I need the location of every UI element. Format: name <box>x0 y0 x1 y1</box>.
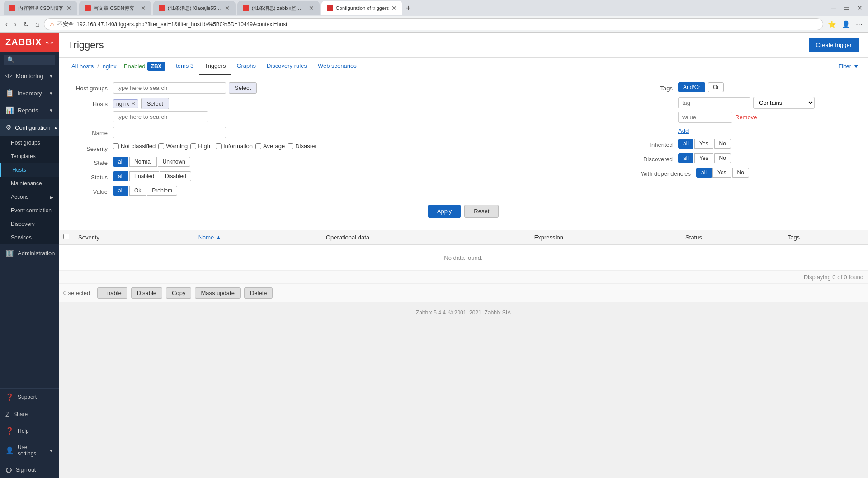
copy-button[interactable]: Copy <box>166 287 191 299</box>
discovered-yes-button[interactable]: Yes <box>694 153 713 163</box>
value-all-button[interactable]: all <box>113 186 128 196</box>
tab-close-1[interactable]: ✕ <box>66 5 72 12</box>
sidebar-item-support[interactable]: ❓ Support <box>0 389 59 406</box>
breadcrumb-nginx[interactable]: nginx <box>99 58 120 74</box>
severity-average[interactable]: Average <box>255 143 285 150</box>
discovered-all-button[interactable]: all <box>678 153 693 163</box>
status-disabled-button[interactable]: Disabled <box>160 171 191 181</box>
filter-toggle-button[interactable]: Filter ▼ <box>838 63 859 70</box>
host-groups-select-button[interactable]: Select <box>229 82 257 94</box>
sidebar-item-discovery[interactable]: Discovery <box>0 217 59 231</box>
tab-close-4[interactable]: ✕ <box>309 5 314 12</box>
with-dependencies-yes-button[interactable]: Yes <box>712 168 731 178</box>
sidebar-item-reports[interactable]: 📊 Reports ▼ <box>0 102 59 119</box>
severity-information[interactable]: Information <box>216 143 253 150</box>
sidebar-item-help[interactable]: ❓ Help <box>0 422 59 440</box>
severity-warning[interactable]: Warning <box>158 143 188 150</box>
tag-name-input[interactable] <box>678 97 750 108</box>
discovered-no-button[interactable]: No <box>714 153 731 163</box>
delete-button[interactable]: Delete <box>244 287 273 299</box>
sidebar-item-configuration[interactable]: ⚙ Configuration ▲ <box>0 119 59 136</box>
logo-collapse-arrows[interactable]: « » <box>46 39 53 46</box>
browser-tab-3[interactable]: (41条消息) Xiaoajie55的博客_CS... ✕ <box>153 1 236 15</box>
sidebar-item-user-settings[interactable]: 👤 User settings ▼ <box>0 440 59 461</box>
refresh-button[interactable]: ↻ <box>21 18 31 30</box>
with-dependencies-all-button[interactable]: all <box>696 168 712 178</box>
address-bar[interactable]: ⚠ 不安全 192.168.47.140/triggers.php?filter… <box>44 18 823 30</box>
severity-average-checkbox[interactable] <box>255 143 261 149</box>
hosts-search-input[interactable] <box>113 111 208 122</box>
value-ok-button[interactable]: Ok <box>129 186 146 196</box>
close-window-button[interactable]: ✕ <box>855 2 864 14</box>
sidebar-search-input[interactable] <box>4 55 55 65</box>
sidebar-item-services[interactable]: Services <box>0 231 59 244</box>
tab-web-scenarios[interactable]: Web scenarios <box>312 58 362 75</box>
browser-tab-2[interactable]: 写文章-CSDN博客 ✕ <box>79 1 151 15</box>
sidebar-item-host-groups[interactable]: Host groups <box>0 136 59 150</box>
status-all-button[interactable]: all <box>113 171 128 181</box>
maximize-button[interactable]: ▭ <box>841 2 851 14</box>
forward-button[interactable]: › <box>12 19 18 30</box>
browser-tab-5[interactable]: Configuration of triggers ✕ <box>321 1 402 15</box>
select-all-checkbox[interactable] <box>63 234 69 239</box>
tab-items[interactable]: Items 3 <box>169 58 199 75</box>
tags-and-or-button[interactable]: And/Or <box>678 82 705 92</box>
severity-high-checkbox[interactable] <box>190 143 196 149</box>
host-groups-input[interactable] <box>113 82 226 94</box>
severity-disaster-checkbox[interactable] <box>288 143 293 149</box>
browser-tab-1[interactable]: 内容管理-CSDN博客 ✕ <box>4 1 77 15</box>
create-trigger-button[interactable]: Create trigger <box>809 38 859 52</box>
tag-operator-select[interactable]: Contains Equals Does not contain Does no… <box>753 97 815 109</box>
more-button[interactable]: ⋯ <box>854 19 864 30</box>
sidebar-item-share[interactable]: Z Share <box>0 406 59 422</box>
sidebar-item-event-correlation[interactable]: Event correlation <box>0 204 59 217</box>
state-normal-button[interactable]: Normal <box>129 157 157 167</box>
state-unknown-button[interactable]: Unknown <box>158 157 190 167</box>
sidebar-item-monitoring[interactable]: 👁 Monitoring ▼ <box>0 68 59 84</box>
sidebar-item-hosts[interactable]: Hosts <box>0 163 59 177</box>
add-tag-button[interactable]: Add <box>678 127 689 134</box>
tab-graphs[interactable]: Graphs <box>231 58 261 75</box>
tab-discovery-rules[interactable]: Discovery rules <box>261 58 312 75</box>
with-dependencies-no-button[interactable]: No <box>732 168 749 178</box>
tab-triggers[interactable]: Triggers <box>199 58 231 75</box>
severity-not-classified-checkbox[interactable] <box>113 143 119 149</box>
sidebar-item-templates[interactable]: Templates <box>0 150 59 163</box>
back-button[interactable]: ‹ <box>4 19 9 30</box>
severity-information-checkbox[interactable] <box>216 143 222 149</box>
hosts-select-button[interactable]: Select <box>141 98 169 109</box>
severity-warning-checkbox[interactable] <box>158 143 164 149</box>
severity-disaster[interactable]: Disaster <box>288 143 317 150</box>
disable-button[interactable]: Disable <box>131 287 162 299</box>
sidebar-item-administration[interactable]: 🏢 Administration ▼ <box>0 244 59 262</box>
browser-tab-4[interactable]: (41条消息) zabbix监控keepalive... ✕ <box>237 1 320 15</box>
profile-button[interactable]: 👤 <box>840 19 852 30</box>
home-button[interactable]: ⌂ <box>33 19 42 30</box>
sidebar-item-inventory[interactable]: 📋 Inventory ▼ <box>0 84 59 102</box>
tab-close-2[interactable]: ✕ <box>141 5 146 12</box>
sidebar-item-sign-out[interactable]: ⏻ Sign out <box>0 461 59 478</box>
inherited-all-button[interactable]: all <box>678 139 693 149</box>
tab-close-3[interactable]: ✕ <box>225 5 230 12</box>
mass-update-button[interactable]: Mass update <box>195 287 240 299</box>
sidebar-item-maintenance[interactable]: Maintenance <box>0 177 59 190</box>
extensions-button[interactable]: ⭐ <box>826 19 838 30</box>
table-header-name[interactable]: Name ▲ <box>194 230 321 245</box>
host-tag-close[interactable]: ✕ <box>131 101 135 107</box>
status-enabled-button[interactable]: Enabled <box>129 171 159 181</box>
name-input[interactable] <box>113 127 226 138</box>
minimize-button[interactable]: ─ <box>829 3 838 14</box>
tags-or-button[interactable]: Or <box>708 82 724 92</box>
inherited-yes-button[interactable]: Yes <box>694 139 713 149</box>
breadcrumb-all-hosts[interactable]: All hosts <box>68 58 97 74</box>
tag-value-input[interactable] <box>678 112 732 123</box>
value-problem-button[interactable]: Problem <box>147 186 177 196</box>
tab-close-5[interactable]: ✕ <box>392 5 397 12</box>
enable-button[interactable]: Enable <box>97 287 127 299</box>
tag-remove-button[interactable]: Remove <box>735 114 757 121</box>
severity-not-classified[interactable]: Not classified <box>113 143 156 150</box>
apply-button[interactable]: Apply <box>428 205 461 218</box>
state-all-button[interactable]: all <box>113 157 128 167</box>
new-tab-button[interactable]: + <box>404 4 413 13</box>
name-sort-link[interactable]: Name ▲ <box>198 234 222 241</box>
